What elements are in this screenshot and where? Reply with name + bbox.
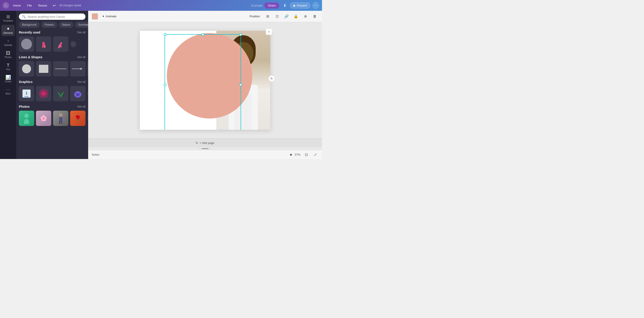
lines-shapes-see-all[interactable]: See all bbox=[77, 56, 86, 59]
graphics-header: Graphics See all bbox=[19, 80, 86, 84]
photo-item-4[interactable]: 🌹 bbox=[70, 111, 86, 126]
file-button[interactable]: File bbox=[25, 3, 34, 8]
sidebar-item-uploads-label: Uploads bbox=[4, 44, 12, 46]
resize-button[interactable]: Resize bbox=[36, 3, 50, 8]
more-nav-button[interactable]: ··· bbox=[312, 2, 319, 9]
document-title-area: All changes saved bbox=[59, 4, 249, 7]
scroll-indicator[interactable] bbox=[198, 148, 212, 149]
sidebar-item-templates[interactable]: ⊞ Templates bbox=[1, 12, 15, 24]
pink-circle-element[interactable] bbox=[167, 33, 252, 118]
templates-icon: ⊞ bbox=[6, 14, 10, 19]
present-button[interactable]: ▶ Present bbox=[290, 2, 310, 8]
delete-icon[interactable]: 🗑 bbox=[311, 13, 318, 20]
graphic-plant[interactable] bbox=[53, 86, 68, 101]
circle-shape-icon bbox=[22, 64, 31, 73]
shape-arrow-item[interactable] bbox=[70, 61, 86, 76]
elements-icon: ✦ bbox=[6, 26, 10, 31]
grid-icon[interactable]: ⊡ bbox=[274, 13, 281, 20]
fullscreen-button[interactable]: ⤢ bbox=[312, 152, 318, 158]
recently-used-header: Recently used See all bbox=[19, 30, 86, 34]
handle-middle-left[interactable] bbox=[164, 84, 166, 86]
photo-item-1[interactable] bbox=[19, 111, 34, 126]
sidebar-item-charts[interactable]: 📊 Charts bbox=[1, 73, 15, 84]
lock-icon[interactable]: 🔒 bbox=[292, 13, 300, 20]
graphics-see-all[interactable]: See all bbox=[77, 80, 86, 84]
download-button[interactable]: ⬇ bbox=[281, 2, 288, 9]
svg-point-17 bbox=[76, 93, 80, 96]
scroll-indicator-row bbox=[88, 147, 322, 150]
accessibility-icon[interactable]: ⊕ bbox=[302, 13, 309, 20]
line-shape-icon bbox=[55, 68, 66, 69]
page-thumbnail-button[interactable]: ⊡ bbox=[303, 152, 310, 158]
photos-see-all[interactable]: See all bbox=[77, 105, 86, 108]
save-status: All changes saved bbox=[59, 4, 81, 7]
sidebar-item-more[interactable]: ··· More bbox=[1, 86, 15, 97]
shape-rect-item[interactable] bbox=[36, 61, 51, 76]
photo-item-3[interactable] bbox=[53, 111, 68, 126]
share-button[interactable]: Share bbox=[264, 2, 279, 8]
graphics-items: I bbox=[19, 86, 86, 101]
rotate-handle[interactable]: ↻ bbox=[268, 75, 275, 82]
nav-right-actions: Share ⬇ ▶ Present ··· bbox=[264, 2, 319, 9]
undo-button[interactable]: ↩ bbox=[51, 2, 57, 8]
search-area: 🔍 bbox=[16, 11, 88, 22]
notes-button[interactable]: Notes bbox=[92, 153, 100, 156]
recently-used-circle[interactable] bbox=[19, 36, 34, 52]
canvas-toolbar: ✦ Animate Position ⊞ ⊡ 🔗 🔒 ⊕ 🗑 bbox=[88, 11, 322, 22]
graphic-shell[interactable] bbox=[70, 86, 86, 101]
circle-shape bbox=[21, 39, 32, 50]
lines-shapes-title: Lines & Shapes bbox=[19, 55, 42, 59]
sidebar-item-photos-label: Photos bbox=[4, 56, 12, 58]
scroll-thumb bbox=[202, 148, 208, 149]
petal-svg bbox=[39, 39, 48, 49]
animate-button[interactable]: ✦ Animate bbox=[100, 14, 118, 19]
add-page-icon: ↻ bbox=[196, 141, 198, 144]
search-box[interactable]: 🔍 bbox=[19, 14, 86, 20]
link-icon[interactable]: 🔗 bbox=[283, 13, 290, 20]
filter-tag-nature[interactable]: Nature bbox=[59, 22, 73, 28]
filter-tag-background[interactable]: Background bbox=[19, 22, 40, 28]
shape-circle-item[interactable] bbox=[19, 61, 34, 76]
sidebar-item-text[interactable]: T Text bbox=[1, 61, 15, 72]
recently-used-scroll-right[interactable]: › bbox=[70, 41, 76, 47]
photo-item-2[interactable]: 🌸 bbox=[36, 111, 51, 126]
main-layout: ⊞ Templates ✦ Elements ↑ Uploads 🖼 Photo… bbox=[0, 11, 322, 159]
search-input[interactable] bbox=[28, 15, 82, 18]
recently-used-section: Recently used See all bbox=[16, 30, 88, 55]
sidebar-item-more-label: More bbox=[6, 92, 11, 95]
recently-used-see-all[interactable]: See all bbox=[77, 31, 86, 34]
photos-title: Photos bbox=[19, 105, 30, 108]
recently-used-petal2[interactable] bbox=[53, 36, 68, 52]
back-button[interactable]: ‹ bbox=[3, 2, 9, 8]
search-icon: 🔍 bbox=[22, 15, 26, 18]
canvas-document[interactable] bbox=[140, 31, 270, 130]
filter-tag-summer[interactable]: Summer bbox=[75, 22, 88, 28]
recently-used-items: › bbox=[19, 36, 86, 52]
starburst-svg bbox=[38, 88, 50, 100]
arrange-icon[interactable]: ⊞ bbox=[264, 13, 271, 20]
animate-icon: ✦ bbox=[102, 14, 104, 18]
home-button[interactable]: Home bbox=[11, 3, 23, 8]
sidebar-item-uploads[interactable]: ↑ Uploads bbox=[1, 37, 15, 48]
recently-used-petal1[interactable] bbox=[36, 36, 51, 52]
icon-navigation: ⊞ Templates ✦ Elements ↑ Uploads 🖼 Photo… bbox=[0, 11, 16, 159]
handle-top-left[interactable] bbox=[164, 33, 166, 36]
elements-panel: 🔍 Background Flowers Nature Summer › Rec… bbox=[16, 11, 88, 159]
add-page-bar[interactable]: ↻ + Add page bbox=[88, 138, 322, 147]
canvas-wrapper[interactable]: ⧉ + ↻ bbox=[88, 22, 322, 138]
arrow-shape-icon bbox=[72, 68, 84, 70]
graphic-starburst[interactable] bbox=[36, 86, 51, 101]
shapes-items: › bbox=[19, 61, 86, 76]
graphic-letter-svg: I bbox=[21, 88, 32, 100]
svg-point-18 bbox=[24, 114, 29, 118]
sidebar-item-text-label: Text bbox=[6, 68, 10, 70]
add-element-button[interactable]: + bbox=[266, 28, 272, 35]
filter-tag-flowers[interactable]: Flowers bbox=[41, 22, 57, 28]
charts-icon: 📊 bbox=[6, 75, 11, 80]
sidebar-item-photos[interactable]: 🖼 Photos bbox=[1, 49, 15, 60]
sidebar-item-elements[interactable]: ✦ Elements bbox=[1, 25, 15, 36]
graphic-3d-letter[interactable]: I bbox=[19, 86, 34, 101]
position-button[interactable]: Position bbox=[248, 14, 262, 19]
shape-line-item[interactable] bbox=[53, 61, 68, 76]
color-swatch[interactable] bbox=[92, 13, 98, 20]
